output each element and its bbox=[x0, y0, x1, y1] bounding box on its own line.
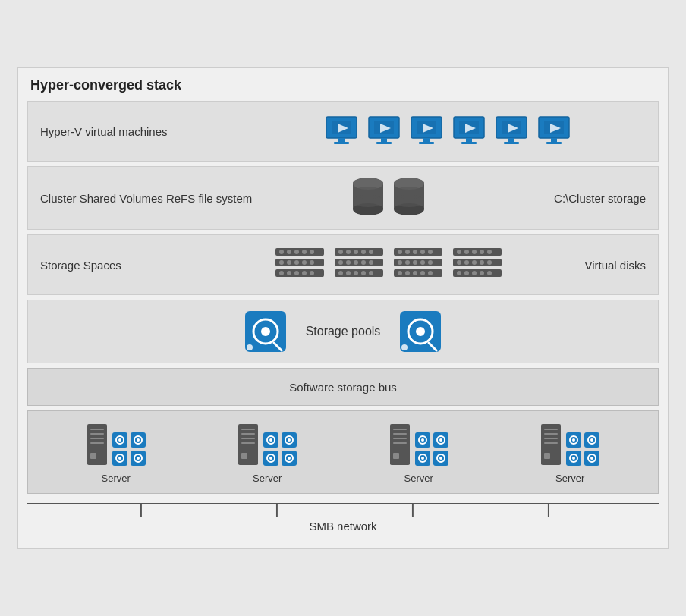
svg-point-156 bbox=[269, 457, 272, 460]
svg-point-79 bbox=[398, 250, 402, 254]
diagram-title: Hyper-converged stack bbox=[27, 77, 659, 93]
server-tower-icon-1 bbox=[86, 423, 109, 467]
svg-point-138 bbox=[118, 457, 121, 460]
svg-rect-178 bbox=[541, 424, 561, 465]
vm-icon-3 bbox=[411, 116, 445, 146]
mini-hdd-3b bbox=[433, 432, 449, 448]
svg-point-141 bbox=[137, 457, 140, 460]
svg-point-98 bbox=[464, 250, 469, 254]
svg-rect-127 bbox=[90, 438, 104, 439]
server-tower-icon-4 bbox=[540, 423, 562, 467]
svg-point-67 bbox=[338, 260, 343, 265]
svg-point-86 bbox=[405, 260, 410, 265]
svg-rect-162 bbox=[393, 433, 407, 435]
svg-rect-143 bbox=[241, 429, 255, 430]
svg-point-55 bbox=[279, 271, 284, 275]
mini-hdd-3c bbox=[414, 450, 431, 467]
server-label-3: Server bbox=[404, 473, 433, 484]
csv-label: Cluster Shared Volumes ReFS file system bbox=[40, 192, 253, 205]
svg-rect-18 bbox=[466, 138, 472, 142]
storage-spaces-icons bbox=[253, 247, 524, 283]
svg-point-83 bbox=[428, 250, 433, 254]
svg-point-70 bbox=[361, 260, 366, 265]
svg-point-177 bbox=[439, 457, 442, 460]
svg-rect-128 bbox=[90, 442, 104, 444]
svg-point-73 bbox=[338, 271, 343, 275]
svg-rect-146 bbox=[241, 442, 255, 444]
mini-hdd-4b bbox=[584, 432, 600, 448]
svg-point-109 bbox=[457, 271, 461, 275]
smb-connector-area bbox=[27, 501, 659, 517]
svg-rect-14 bbox=[419, 142, 434, 144]
svg-rect-183 bbox=[544, 453, 550, 459]
svg-rect-160 bbox=[390, 424, 410, 465]
svg-rect-23 bbox=[508, 138, 514, 142]
svg-point-61 bbox=[338, 250, 343, 254]
server-unit-1: Server bbox=[86, 423, 146, 484]
server-label-4: Server bbox=[555, 473, 584, 484]
svg-point-80 bbox=[405, 250, 410, 254]
svg-point-88 bbox=[420, 260, 425, 265]
mini-hdd-3d bbox=[433, 450, 449, 467]
row-csv: Cluster Shared Volumes ReFS file system bbox=[27, 166, 659, 230]
server-body-4 bbox=[540, 423, 600, 467]
vm-icon-6 bbox=[538, 116, 573, 146]
svg-point-75 bbox=[354, 271, 358, 275]
svg-point-95 bbox=[428, 271, 433, 275]
svg-point-99 bbox=[472, 250, 477, 254]
svg-rect-145 bbox=[241, 438, 255, 439]
svg-rect-19 bbox=[461, 142, 477, 144]
svg-rect-24 bbox=[504, 142, 519, 144]
svg-point-153 bbox=[288, 438, 291, 442]
row-storage-spaces: Storage Spaces bbox=[27, 234, 659, 295]
svg-point-121 bbox=[416, 327, 425, 336]
svg-point-68 bbox=[346, 260, 351, 265]
svg-rect-144 bbox=[241, 433, 255, 435]
svg-rect-29 bbox=[546, 142, 562, 144]
svg-rect-8 bbox=[381, 138, 387, 142]
svg-rect-28 bbox=[551, 138, 557, 142]
vm-icon-1 bbox=[326, 116, 360, 146]
svg-point-94 bbox=[420, 271, 425, 275]
server-disks-3 bbox=[414, 432, 449, 467]
svg-point-77 bbox=[369, 271, 373, 275]
svg-point-92 bbox=[405, 271, 410, 275]
svg-rect-165 bbox=[393, 453, 399, 459]
csv-right-label: C:\Cluster storage bbox=[524, 192, 646, 205]
server-unit-2: Server bbox=[237, 423, 297, 484]
svg-rect-161 bbox=[393, 429, 407, 430]
server-unit-3: Server bbox=[389, 423, 449, 484]
server-tower-icon-3 bbox=[389, 423, 411, 467]
diagram-container: Hyper-converged stack Hyper-V virtual ma… bbox=[17, 67, 669, 549]
svg-rect-4 bbox=[334, 142, 349, 144]
mini-hdd-4a bbox=[565, 432, 582, 448]
disk-array-3 bbox=[392, 247, 444, 283]
svg-point-135 bbox=[137, 438, 140, 442]
svg-point-116 bbox=[261, 327, 270, 336]
svg-rect-163 bbox=[393, 438, 407, 439]
svg-point-110 bbox=[464, 271, 469, 275]
mini-hdd-3a bbox=[414, 432, 431, 448]
svg-point-186 bbox=[572, 438, 575, 442]
storage-pools-label: Storage pools bbox=[306, 325, 381, 338]
svg-point-105 bbox=[472, 260, 477, 265]
mini-hdd-4d bbox=[584, 450, 600, 467]
svg-point-150 bbox=[269, 438, 272, 442]
smb-label: SMB network bbox=[309, 520, 376, 533]
svg-rect-129 bbox=[90, 453, 96, 459]
mini-hdd-1c bbox=[112, 450, 128, 467]
svg-point-74 bbox=[346, 271, 351, 275]
svg-rect-9 bbox=[376, 142, 392, 144]
storage-spaces-right-label: Virtual disks bbox=[524, 259, 646, 272]
mini-hdd-1b bbox=[130, 432, 146, 448]
hdd-icon-right bbox=[398, 310, 442, 354]
svg-rect-126 bbox=[90, 433, 104, 435]
svg-point-65 bbox=[369, 250, 373, 254]
server-body-3 bbox=[389, 423, 449, 467]
svg-point-104 bbox=[464, 260, 469, 265]
row-storage-pools: Storage pools bbox=[27, 300, 659, 363]
svg-point-82 bbox=[420, 250, 425, 254]
smb-line-svg bbox=[27, 501, 659, 517]
svg-point-51 bbox=[294, 260, 299, 265]
mini-hdd-2b bbox=[281, 432, 297, 448]
